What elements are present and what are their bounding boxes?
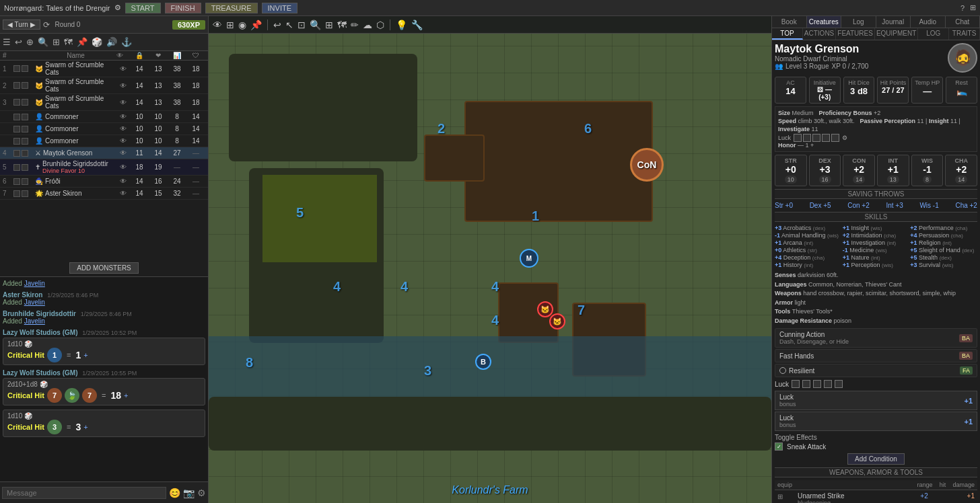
tab-book[interactable]: Book bbox=[772, 16, 807, 28]
char-info: Maytok Grenson Nomadic Dwarf Criminal 👥 … bbox=[775, 43, 948, 70]
subtab-actions[interactable]: ACTIONS bbox=[803, 28, 836, 40]
map-measure-icon[interactable]: ⊞ bbox=[325, 20, 333, 30]
map-eye-icon[interactable]: 👁 bbox=[213, 20, 222, 30]
map-number-7: 7 bbox=[578, 303, 585, 318]
map-token-enemy1[interactable]: 🐱 bbox=[537, 301, 553, 317]
tracker-icon-10[interactable]: ⚓ bbox=[121, 37, 132, 47]
con-token[interactable]: CoN bbox=[630, 148, 664, 182]
luck-use-2[interactable]: Luck bonus +1 bbox=[775, 412, 977, 431]
chat-input[interactable] bbox=[2, 487, 166, 499]
subtab-log[interactable]: LOG bbox=[918, 28, 949, 40]
weapon-unarmed[interactable]: ⊞ Unarmed Strike bludgeoning +2 +1 bbox=[775, 490, 977, 503]
luck-row: Luck bbox=[775, 380, 977, 388]
tab-creatures[interactable]: Creatures bbox=[807, 16, 842, 28]
subtab-top[interactable]: TOP bbox=[772, 28, 803, 40]
round-arrows[interactable]: ⟳ bbox=[43, 20, 50, 30]
stat-rest[interactable]: Rest 🛌 bbox=[946, 77, 977, 104]
map-grid-icon[interactable]: ⊞ bbox=[226, 20, 234, 30]
subtab-equipment[interactable]: EQUIPMENT bbox=[875, 28, 918, 40]
tracker-toolbar: ☰ ↩ ⊕ 🔍 ⊞ 🗺 📌 🎲 🔊 ⚓ bbox=[0, 34, 208, 51]
tracker-row-maytok[interactable]: 4 ⚔Maytok Grenson 👁 11 14 27 — bbox=[0, 147, 208, 159]
tracker-icon-2[interactable]: ↩ bbox=[15, 37, 22, 47]
tracker-icon-3[interactable]: ⊕ bbox=[26, 37, 34, 47]
tab-audio[interactable]: Audio bbox=[911, 16, 946, 28]
tab-log[interactable]: Log bbox=[841, 16, 876, 28]
map-number-8: 8 bbox=[246, 355, 253, 371]
actions-section: Cunning Action Dash, Disengage, or Hide … bbox=[775, 328, 977, 377]
tracker-row[interactable]: 👤Commoner 👁 10 10 8 14 bbox=[0, 123, 208, 135]
map-shape-icon[interactable]: ⬡ bbox=[376, 20, 384, 30]
help-icon[interactable]: ? bbox=[960, 4, 965, 12]
tracker-row[interactable]: 2 🐱Swarm of Scrumble Cats 👁 14 13 38 18 bbox=[0, 77, 208, 94]
map-cursor-icon[interactable]: ↖ bbox=[285, 20, 293, 30]
map-fog-icon[interactable]: ☁ bbox=[363, 20, 372, 30]
subtab-features[interactable]: FEATURES bbox=[836, 28, 875, 40]
tracker-icon-7[interactable]: 📌 bbox=[77, 37, 88, 47]
weapons-header: equip range hit damage bbox=[775, 480, 977, 490]
map-select-icon[interactable]: ⊡ bbox=[298, 20, 306, 30]
chat-message-gm2: Lazy Wolf Studios (GM) 1/29/2025 10:55 P… bbox=[3, 369, 205, 405]
map-label: Korlundr's Farm bbox=[452, 484, 528, 496]
action-resilient[interactable]: Resilient FA bbox=[775, 364, 977, 377]
stat-initiative: Initiative ⚄ — (+3) bbox=[809, 77, 841, 104]
grid-icon[interactable]: ⊞ bbox=[970, 3, 976, 12]
col-num: # bbox=[3, 52, 13, 59]
stat-hit-points: Hit Points 27 / 27 bbox=[877, 77, 909, 104]
start-button[interactable]: START bbox=[125, 3, 161, 13]
add-condition-button[interactable]: Add Condition bbox=[847, 453, 905, 465]
map-number-3: 3 bbox=[424, 363, 431, 379]
map-wall-icon[interactable]: 🔧 bbox=[411, 20, 423, 30]
tracker-icon-1[interactable]: ☰ bbox=[3, 37, 11, 47]
emoji-icon[interactable]: 😊 bbox=[169, 488, 180, 498]
finish-button[interactable]: FINISH bbox=[165, 3, 201, 13]
map-draw-icon[interactable]: ✏ bbox=[351, 20, 359, 30]
dice-result-2: 2d10+1d8 🎲 Critical Hit 7 🍃 7 = 18 + bbox=[3, 378, 205, 405]
skills-title: SKILLS bbox=[775, 212, 977, 222]
map-zoom-icon[interactable]: 🔍 bbox=[310, 20, 321, 30]
tab-journal[interactable]: Journal bbox=[876, 16, 911, 28]
tracker-row[interactable]: 1 🐱Swarm of Scrumble Cats 👁 14 13 38 18 bbox=[0, 61, 208, 77]
turn-button[interactable]: ◀ Turn ▶ bbox=[3, 20, 40, 30]
add-monsters-button[interactable]: ADD MONSTERS bbox=[69, 262, 139, 274]
tracker-icon-5[interactable]: ⊞ bbox=[53, 37, 60, 47]
map-token-icon[interactable]: ◉ bbox=[238, 20, 246, 30]
map-number-4a: 4 bbox=[333, 279, 341, 295]
subtab-traits[interactable]: TRAITS bbox=[949, 28, 980, 40]
tracker-row[interactable]: 👤Commoner 👁 10 10 8 14 bbox=[0, 111, 208, 123]
tracker-row[interactable]: 3 🐱Swarm of Scrumble Cats 👁 14 13 38 18 bbox=[0, 94, 208, 111]
ability-con: CON +2 14 bbox=[843, 155, 875, 186]
chat-camera-icon[interactable]: 📷 bbox=[183, 488, 195, 498]
map-back-icon[interactable]: ↩ bbox=[273, 20, 281, 30]
gear-icon[interactable]: ⚙ bbox=[114, 3, 121, 12]
chat-settings-icon[interactable]: ⚙ bbox=[197, 488, 206, 498]
action-cunning[interactable]: Cunning Action Dash, Disengage, or Hide … bbox=[775, 328, 977, 348]
map-token-player2[interactable]: B bbox=[475, 354, 491, 370]
treasure-button[interactable]: TREASURE bbox=[205, 3, 258, 13]
action-fast-hands[interactable]: Fast Hands BA bbox=[775, 349, 977, 362]
luck-use-1[interactable]: Luck bonus +1 bbox=[775, 391, 977, 410]
tracker-icon-6[interactable]: 🗺 bbox=[64, 37, 73, 47]
tab-chat[interactable]: Chat bbox=[946, 16, 981, 28]
map-light-icon[interactable]: 💡 bbox=[396, 20, 407, 30]
tracker-icon-4[interactable]: 🔍 bbox=[38, 37, 48, 47]
map-number-6: 6 bbox=[584, 121, 592, 137]
invite-button[interactable]: INVITE bbox=[262, 3, 298, 13]
col-name: Name bbox=[35, 52, 116, 59]
saving-throws: Str +0 Dex +5 Con +2 Int +3 Wis -1 Cha +… bbox=[775, 202, 977, 209]
map-marker-icon[interactable]: 🗺 bbox=[337, 20, 347, 30]
map-canvas[interactable]: 1 2 3 4 4 4 4 5 6 7 8 Korlundr's Farm M … bbox=[209, 34, 771, 503]
tracker-row-brunhilde[interactable]: 5 ✝Brunhilde SigridsdottirDivine Favor 1… bbox=[0, 159, 208, 176]
chat-message-roll: 1d10 🎲 Critical Hit 3 = 3 + bbox=[3, 410, 205, 437]
toggle-sneak-attack: ✓ Sneak Attack bbox=[775, 442, 977, 451]
map-pin-icon[interactable]: 📌 bbox=[250, 20, 262, 30]
tracker-row-frodi[interactable]: 6 🧙Fróði 👁 14 16 24 — bbox=[0, 176, 208, 188]
tracker-icon-9[interactable]: 🔊 bbox=[106, 37, 117, 47]
tracker-icon-8[interactable]: 🎲 bbox=[92, 37, 102, 47]
dice-result-3: 1d10 🎲 Critical Hit 3 = 3 + bbox=[3, 410, 205, 437]
tracker-row[interactable]: 👤Commoner 👁 10 10 8 14 bbox=[0, 135, 208, 147]
char-subclass: Nomadic Dwarf Criminal bbox=[775, 55, 948, 63]
toggle-section: Toggle Effects ✓ Sneak Attack bbox=[775, 434, 977, 451]
tracker-row-aster[interactable]: 7 🌟Aster Skiron 👁 14 15 32 — bbox=[0, 188, 208, 200]
map-token-enemy2[interactable]: 🐱 bbox=[549, 313, 565, 330]
map-token-maytok[interactable]: M bbox=[520, 249, 538, 268]
